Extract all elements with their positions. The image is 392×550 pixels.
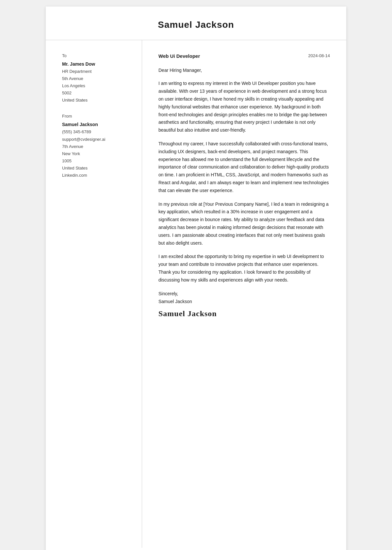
sender-street: 7th Avenue [62, 143, 132, 150]
to-label: To [62, 53, 132, 58]
left-panel: To Mr. James Dow HR Department 5th Avenu… [46, 40, 142, 548]
recipient-city: Los Angeles [62, 82, 132, 89]
right-panel: Web Ui Developer 2024-08-14 Dear Hiring … [142, 40, 346, 548]
date-text: 2024-08-14 [308, 53, 330, 58]
paragraph-3: In my previous role at [Your Previous Co… [158, 201, 330, 247]
job-title: Web Ui Developer [158, 53, 200, 59]
recipient-street: 5th Avenue [62, 75, 132, 82]
sender-email: support@cvdesigner.ai [62, 136, 132, 143]
sender-linkedin: Linkedin.com [62, 172, 132, 179]
to-section: To Mr. James Dow HR Department 5th Avenu… [62, 53, 132, 104]
signature: Samuel Jackson [158, 309, 330, 318]
cover-letter-page: Samuel Jackson To Mr. James Dow HR Depar… [46, 7, 346, 550]
closing-name: Samuel Jackson [158, 299, 330, 304]
header-name: Samuel Jackson [65, 20, 327, 30]
header: Samuel Jackson [46, 7, 346, 40]
sender-phone: (555) 345-6789 [62, 128, 132, 136]
closing-text: Sincerely, [158, 290, 330, 298]
job-header-row: Web Ui Developer 2024-08-14 [158, 53, 330, 59]
paragraph-1: I am writing to express my interest in t… [158, 80, 330, 134]
recipient-zip: 5002 [62, 89, 132, 97]
greeting: Dear Hiring Manager, [158, 67, 330, 74]
sender-country: United States [62, 165, 132, 172]
paragraph-4: I am excited about the opportunity to br… [158, 253, 330, 284]
paragraph-2: Throughout my career, I have successfull… [158, 140, 330, 195]
recipient-department: HR Department [62, 68, 132, 75]
content-area: To Mr. James Dow HR Department 5th Avenu… [46, 40, 346, 548]
sender-name: Samuel Jackson [62, 122, 132, 127]
from-section: From Samuel Jackson (555) 345-6789 suppo… [62, 114, 132, 179]
recipient-name: Mr. James Dow [62, 61, 132, 67]
from-label: From [62, 114, 132, 119]
sender-city: New York [62, 150, 132, 157]
recipient-country: United States [62, 97, 132, 104]
sender-zip: 1005 [62, 157, 132, 165]
